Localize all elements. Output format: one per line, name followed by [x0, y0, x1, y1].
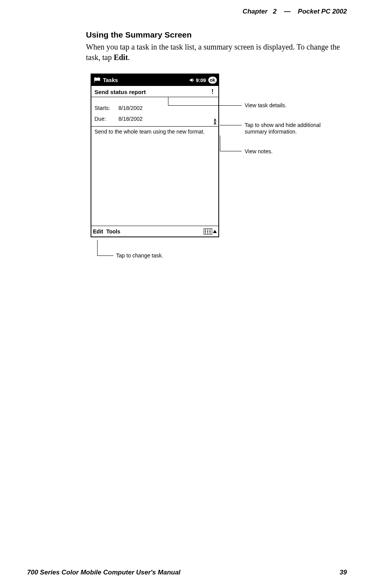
callout-tap-edit: Tap to change task.: [116, 252, 163, 259]
sip-up-icon[interactable]: [213, 230, 217, 233]
callout-line: [97, 240, 98, 255]
task-name: Send status report: [94, 89, 210, 95]
running-footer: 700 Series Color Mobile Computer User's …: [27, 569, 347, 576]
edit-menu[interactable]: Edit: [93, 228, 103, 235]
page-number: 39: [340, 569, 347, 576]
priority-high-icon: !: [210, 88, 215, 95]
due-value: 8/18/2002: [118, 116, 142, 122]
notes-text: Send to the whole team using the new for…: [94, 129, 205, 135]
starts-value: 8/18/2002: [118, 105, 142, 111]
chapter-number: 2: [273, 8, 276, 15]
footer-title: 700 Series Color Mobile Computer User's …: [27, 569, 340, 576]
running-header: Chapter 2 — Pocket PC 2002: [243, 8, 347, 15]
chapter-label: Chapter: [243, 8, 268, 15]
tools-menu[interactable]: Tools: [106, 228, 120, 235]
detail-row-starts: Starts: 8/18/2002: [94, 105, 215, 111]
detail-row-due: Due: 8/18/2002: [94, 116, 215, 122]
task-details[interactable]: Starts: 8/18/2002 Due: 8/18/2002 ∧ ∧: [91, 97, 218, 127]
bottom-toolbar: Edit Tools: [91, 226, 218, 237]
app-title[interactable]: Tasks: [103, 77, 118, 83]
ok-button[interactable]: ok: [208, 77, 217, 84]
titlebar: Tasks 9:09 ok: [91, 74, 218, 86]
body-text-post: .: [128, 53, 130, 62]
callout-line: [220, 135, 220, 151]
pocketpc-screenshot: Tasks 9:09 ok Send status report ! Start…: [91, 74, 219, 237]
task-notes[interactable]: Send to the whole team using the new for…: [91, 127, 218, 226]
callout-line: [168, 97, 168, 105]
header-dash: —: [284, 8, 290, 15]
callout-view-notes: View notes.: [245, 148, 273, 155]
callout-line: [168, 105, 242, 106]
figure: Tasks 9:09 ok Send status report ! Start…: [86, 74, 303, 279]
start-flag-icon[interactable]: [93, 76, 101, 84]
callout-line: [97, 255, 113, 256]
page-content: Using the Summary Screen When you tap a …: [86, 30, 349, 279]
product-name: Pocket PC 2002: [298, 8, 347, 15]
keyboard-icon[interactable]: [204, 228, 212, 235]
task-title-row[interactable]: Send status report !: [91, 86, 218, 97]
section-body: When you tap a task in the task list, a …: [86, 42, 349, 63]
starts-label: Starts:: [94, 105, 118, 111]
section-heading: Using the Summary Screen: [86, 30, 349, 39]
clock-time: 9:09: [196, 77, 206, 83]
due-label: Due:: [94, 116, 118, 122]
callout-show-hide: Tap to show and hide additional summary …: [245, 122, 326, 135]
callout-line: [220, 151, 242, 151]
chevron-up-icon: ∧: [213, 122, 217, 125]
expand-collapse-toggle[interactable]: ∧ ∧: [213, 118, 217, 125]
speaker-icon: [189, 77, 195, 83]
callout-view-details: View task details.: [245, 102, 287, 109]
callout-line: [220, 125, 242, 125]
body-text-bold: Edit: [114, 53, 128, 62]
clock-area[interactable]: 9:09: [189, 77, 206, 83]
